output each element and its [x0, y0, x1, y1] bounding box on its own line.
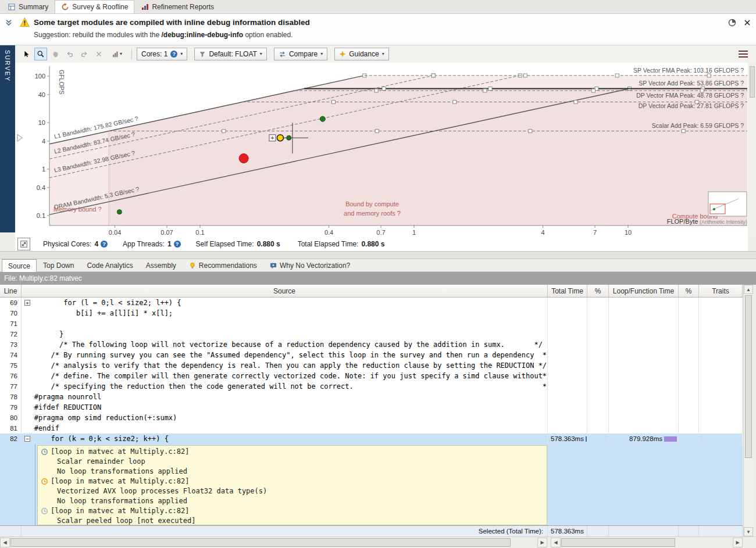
tab-summary[interactable]: Summary [1, 0, 55, 13]
loop-point-yellow[interactable] [277, 135, 283, 141]
chart-vertical-scrollbar[interactable] [748, 63, 756, 237]
table-row[interactable]: 80 #pragma omp simd reduction(+:sumx) [0, 413, 743, 423]
code-text: #ifdef REDUCTION [22, 402, 547, 413]
total-time-percent-cell [587, 339, 609, 350]
column-header-source[interactable]: Source [22, 285, 548, 297]
close-icon[interactable] [743, 19, 751, 27]
pointer-tool-button[interactable] [20, 48, 33, 60]
roof-marker [574, 100, 577, 103]
panel-splitter[interactable] [0, 251, 756, 259]
column-header-loop-time[interactable]: Loop/Function Time [609, 285, 679, 297]
total-time-percent-cell [587, 423, 609, 434]
loop-point-green[interactable] [320, 116, 325, 121]
chart-menu-button[interactable] [735, 48, 751, 60]
help-badge-icon[interactable]: ? [170, 51, 177, 58]
scroll-right-button[interactable]: ▶ [537, 538, 547, 547]
table-row[interactable]: 79 #ifdef REDUCTION [0, 402, 743, 413]
scrollbar-thumb[interactable] [745, 295, 752, 458]
compare-button[interactable]: Compare ▾ [274, 48, 327, 60]
loop-time-percent-cell [679, 329, 699, 339]
table-row[interactable]: 72 } [0, 329, 743, 339]
roofline-chart[interactable]: 1004010410.40.10.040.070.10.40.714710GFL… [15, 63, 748, 237]
loop-time-percent-cell [679, 381, 699, 392]
table-row[interactable]: 78 #pragma nounroll [0, 392, 743, 402]
undo-button[interactable] [63, 48, 76, 60]
reset-zoom-button[interactable] [17, 238, 30, 250]
tab-label: Refinement Reports [152, 3, 214, 11]
tab-top-down[interactable]: Top Down [37, 259, 80, 271]
table-row[interactable]: 77 /* specifying the reduction then the … [0, 381, 743, 392]
mixed-bound-label: Bound by compute [345, 200, 399, 207]
scroll-up-button[interactable]: ▲ [744, 285, 753, 294]
zoom-tool-button[interactable] [34, 48, 47, 60]
total-time-percent-cell [587, 318, 609, 329]
loop-time-cell [609, 392, 679, 402]
export-button[interactable]: ▾ [107, 48, 127, 60]
table-row[interactable]: 82− for (k = 0;k < size2; k++) {578.363m… [0, 434, 743, 444]
tab-code-analytics[interactable]: Code Analytics [80, 259, 139, 271]
source-code-cell: /* By running survey you can see the "As… [22, 350, 548, 360]
y-tick-label: 10 [38, 119, 45, 126]
cancel-zoom-button[interactable] [92, 48, 105, 60]
scrollbar-thumb[interactable] [10, 538, 511, 547]
tab-label: Top Down [43, 262, 74, 270]
column-header-percent[interactable]: % [679, 285, 699, 297]
code-text: #endif [22, 423, 547, 434]
loop-point-red[interactable] [239, 154, 248, 163]
pan-tool-button[interactable] [49, 48, 62, 60]
loop-point-green[interactable] [287, 135, 291, 140]
redo-button[interactable] [78, 48, 91, 60]
tab-assembly[interactable]: Assembly [140, 259, 183, 271]
table-row[interactable]: 70 b[i] += a[l][i] * x[l]; [0, 308, 743, 318]
table-row[interactable]: 69+ for (l = 0;l < size2; l++) { [0, 298, 743, 308]
scroll-right-button[interactable]: ▶ [733, 538, 743, 547]
source-table-header: Line Source Total Time % Loop/Function T… [0, 285, 743, 298]
guidance-button[interactable]: Guidance ▾ [334, 48, 388, 60]
tab-why-no-vectorization[interactable]: Why No Vectorization? [263, 259, 356, 271]
selected-total-row: Selected (Total Time): 578.363ms [0, 525, 743, 536]
warning-banner: Some target modules are compiled with in… [0, 14, 756, 45]
expand-icon[interactable]: + [24, 300, 30, 306]
loop-time-cell: 879.928ms [609, 434, 679, 444]
collapse-icon[interactable]: − [24, 436, 30, 442]
pin-banner-icon[interactable] [728, 19, 736, 27]
loop-point-green[interactable] [117, 210, 122, 214]
help-badge-icon[interactable]: ? [101, 241, 108, 248]
tab-label: Code Analytics [87, 262, 133, 270]
collapse-chevron-icon[interactable] [5, 19, 13, 27]
pointer-icon [22, 50, 30, 58]
column-header-total-time[interactable]: Total Time [548, 285, 587, 297]
column-header-traits[interactable]: Traits [699, 285, 743, 297]
scroll-left-button[interactable]: ◀ [551, 538, 561, 547]
selected-row-marker[interactable] [17, 134, 22, 141]
tab-source[interactable]: Source [2, 259, 37, 272]
chart-scrollbar-thumb[interactable] [750, 66, 755, 98]
tab-survey-roofline[interactable]: Survey & Roofline [55, 0, 134, 13]
code-text: for (l = 0;l < size2; l++) { [22, 298, 547, 308]
scroll-left-button[interactable]: ◀ [0, 538, 10, 547]
table-vertical-scrollbar[interactable]: ▲ ▼ [743, 285, 753, 536]
traits-cell [699, 434, 743, 444]
annotation-text: No loop transformations applied [57, 467, 187, 477]
scrollbar-thumb[interactable] [561, 538, 675, 547]
help-badge-icon[interactable]: ? [174, 241, 181, 248]
table-row[interactable]: 76 /* define. The compiler will then gen… [0, 371, 743, 381]
loop-time-percent-cell [679, 434, 699, 444]
column-header-percent[interactable]: % [587, 285, 609, 297]
traits-cell [699, 413, 743, 423]
annotation-line: [loop in matvec at Multiply.c:82] [38, 447, 547, 457]
source-code-cell: /* specifying the reduction then the cod… [22, 381, 548, 392]
table-row[interactable]: 74 /* By running survey you can see the … [0, 350, 743, 360]
table-row[interactable]: 75 /* analysis to verify that the depend… [0, 360, 743, 371]
total-time-cell [548, 318, 587, 329]
tab-refinement-reports[interactable]: Refinement Reports [134, 0, 220, 13]
table-row[interactable]: 73 /* The following loop will not vector… [0, 339, 743, 350]
tab-recommendations[interactable]: Recommendations [183, 259, 263, 271]
table-row[interactable]: 71 [0, 318, 743, 329]
mixed-bound-label: and memory roofs ? [344, 210, 401, 217]
cores-button[interactable]: Cores: 1 ? ▾ [137, 48, 187, 60]
column-header-line[interactable]: Line [0, 285, 22, 297]
scroll-down-button[interactable]: ▼ [744, 527, 753, 536]
table-row[interactable]: 81 #endif [0, 423, 743, 434]
filter-button[interactable]: Default: FLOAT ▾ [194, 48, 267, 60]
